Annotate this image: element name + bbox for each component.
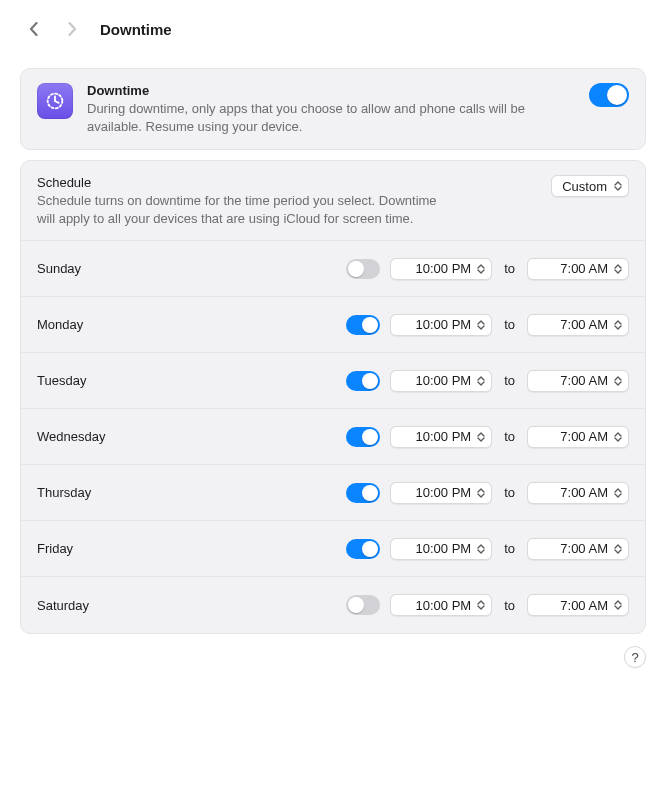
day-to-time[interactable]: 7:00 AM bbox=[527, 426, 629, 448]
day-from-time[interactable]: 10:00 PM bbox=[390, 314, 492, 336]
chevron-up-down-icon bbox=[612, 178, 624, 194]
forward-button[interactable] bbox=[58, 15, 86, 43]
to-label: to bbox=[502, 598, 517, 613]
day-toggle[interactable] bbox=[346, 595, 380, 615]
day-row: Thursday10:00 PMto7:00 AM bbox=[21, 465, 645, 521]
schedule-header: Schedule Schedule turns on downtime for … bbox=[21, 161, 645, 241]
day-to-time[interactable]: 7:00 AM bbox=[527, 370, 629, 392]
day-controls: 10:00 PMto7:00 AM bbox=[346, 594, 629, 616]
help-icon: ? bbox=[631, 650, 638, 665]
day-controls: 10:00 PMto7:00 AM bbox=[346, 426, 629, 448]
stepper-arrows-icon bbox=[612, 261, 624, 277]
to-label: to bbox=[502, 485, 517, 500]
day-name: Monday bbox=[37, 317, 346, 332]
day-from-time[interactable]: 10:00 PM bbox=[390, 258, 492, 280]
titlebar: Downtime bbox=[20, 0, 646, 58]
day-name: Tuesday bbox=[37, 373, 346, 388]
day-name: Saturday bbox=[37, 598, 346, 613]
day-to-time[interactable]: 7:00 AM bbox=[527, 538, 629, 560]
day-row: Tuesday10:00 PMto7:00 AM bbox=[21, 353, 645, 409]
schedule-mode-select[interactable]: Custom bbox=[551, 175, 629, 197]
page-title: Downtime bbox=[100, 21, 172, 38]
day-to-value: 7:00 AM bbox=[560, 485, 608, 500]
day-name: Friday bbox=[37, 541, 346, 556]
day-from-value: 10:00 PM bbox=[416, 598, 472, 613]
day-name: Sunday bbox=[37, 261, 346, 276]
to-label: to bbox=[502, 429, 517, 444]
stepper-arrows-icon bbox=[612, 317, 624, 333]
downtime-master-row: Downtime During downtime, only apps that… bbox=[21, 69, 645, 149]
schedule-title: Schedule bbox=[37, 175, 537, 190]
day-toggle[interactable] bbox=[346, 539, 380, 559]
day-to-time[interactable]: 7:00 AM bbox=[527, 258, 629, 280]
stepper-arrows-icon bbox=[612, 429, 624, 445]
stepper-arrows-icon bbox=[475, 317, 487, 333]
stepper-arrows-icon bbox=[612, 485, 624, 501]
day-toggle[interactable] bbox=[346, 371, 380, 391]
stepper-arrows-icon bbox=[475, 597, 487, 613]
stepper-arrows-icon bbox=[475, 261, 487, 277]
schedule-desc: Schedule turns on downtime for the time … bbox=[37, 192, 457, 228]
day-to-time[interactable]: 7:00 AM bbox=[527, 594, 629, 616]
to-label: to bbox=[502, 373, 517, 388]
stepper-arrows-icon bbox=[612, 597, 624, 613]
downtime-settings-window: Downtime Downtime During downtime, only … bbox=[0, 0, 666, 798]
downtime-icon bbox=[37, 83, 73, 119]
schedule-days-list: Sunday10:00 PMto7:00 AMMonday10:00 PMto7… bbox=[21, 241, 645, 633]
downtime-master-toggle[interactable] bbox=[589, 83, 629, 107]
stepper-arrows-icon bbox=[612, 541, 624, 557]
downtime-master-title: Downtime bbox=[87, 83, 575, 98]
day-from-time[interactable]: 10:00 PM bbox=[390, 482, 492, 504]
day-row: Monday10:00 PMto7:00 AM bbox=[21, 297, 645, 353]
day-from-value: 10:00 PM bbox=[416, 541, 472, 556]
day-name: Thursday bbox=[37, 485, 346, 500]
day-from-time[interactable]: 10:00 PM bbox=[390, 426, 492, 448]
day-to-value: 7:00 AM bbox=[560, 261, 608, 276]
day-controls: 10:00 PMto7:00 AM bbox=[346, 538, 629, 560]
day-from-value: 10:00 PM bbox=[416, 261, 472, 276]
day-row: Friday10:00 PMto7:00 AM bbox=[21, 521, 645, 577]
downtime-master-card: Downtime During downtime, only apps that… bbox=[20, 68, 646, 150]
day-row: Wednesday10:00 PMto7:00 AM bbox=[21, 409, 645, 465]
help-button[interactable]: ? bbox=[624, 646, 646, 668]
day-to-time[interactable]: 7:00 AM bbox=[527, 482, 629, 504]
day-to-value: 7:00 AM bbox=[560, 541, 608, 556]
schedule-card: Schedule Schedule turns on downtime for … bbox=[20, 160, 646, 634]
day-from-value: 10:00 PM bbox=[416, 373, 472, 388]
day-to-value: 7:00 AM bbox=[560, 598, 608, 613]
day-controls: 10:00 PMto7:00 AM bbox=[346, 258, 629, 280]
day-name: Wednesday bbox=[37, 429, 346, 444]
schedule-mode-value: Custom bbox=[562, 179, 607, 194]
stepper-arrows-icon bbox=[475, 541, 487, 557]
day-to-value: 7:00 AM bbox=[560, 429, 608, 444]
day-toggle[interactable] bbox=[346, 483, 380, 503]
day-from-value: 10:00 PM bbox=[416, 429, 472, 444]
downtime-master-desc: During downtime, only apps that you choo… bbox=[87, 100, 575, 135]
day-toggle[interactable] bbox=[346, 315, 380, 335]
day-row: Sunday10:00 PMto7:00 AM bbox=[21, 241, 645, 297]
back-button[interactable] bbox=[20, 15, 48, 43]
stepper-arrows-icon bbox=[475, 429, 487, 445]
to-label: to bbox=[502, 317, 517, 332]
day-to-value: 7:00 AM bbox=[560, 317, 608, 332]
day-toggle[interactable] bbox=[346, 259, 380, 279]
day-from-value: 10:00 PM bbox=[416, 485, 472, 500]
day-from-time[interactable]: 10:00 PM bbox=[390, 594, 492, 616]
day-to-value: 7:00 AM bbox=[560, 373, 608, 388]
to-label: to bbox=[502, 541, 517, 556]
day-controls: 10:00 PMto7:00 AM bbox=[346, 314, 629, 336]
stepper-arrows-icon bbox=[475, 373, 487, 389]
day-controls: 10:00 PMto7:00 AM bbox=[346, 370, 629, 392]
day-row: Saturday10:00 PMto7:00 AM bbox=[21, 577, 645, 633]
day-from-time[interactable]: 10:00 PM bbox=[390, 538, 492, 560]
stepper-arrows-icon bbox=[475, 485, 487, 501]
day-to-time[interactable]: 7:00 AM bbox=[527, 314, 629, 336]
to-label: to bbox=[502, 261, 517, 276]
day-from-time[interactable]: 10:00 PM bbox=[390, 370, 492, 392]
day-toggle[interactable] bbox=[346, 427, 380, 447]
stepper-arrows-icon bbox=[612, 373, 624, 389]
day-controls: 10:00 PMto7:00 AM bbox=[346, 482, 629, 504]
downtime-master-text: Downtime During downtime, only apps that… bbox=[87, 83, 575, 135]
day-from-value: 10:00 PM bbox=[416, 317, 472, 332]
